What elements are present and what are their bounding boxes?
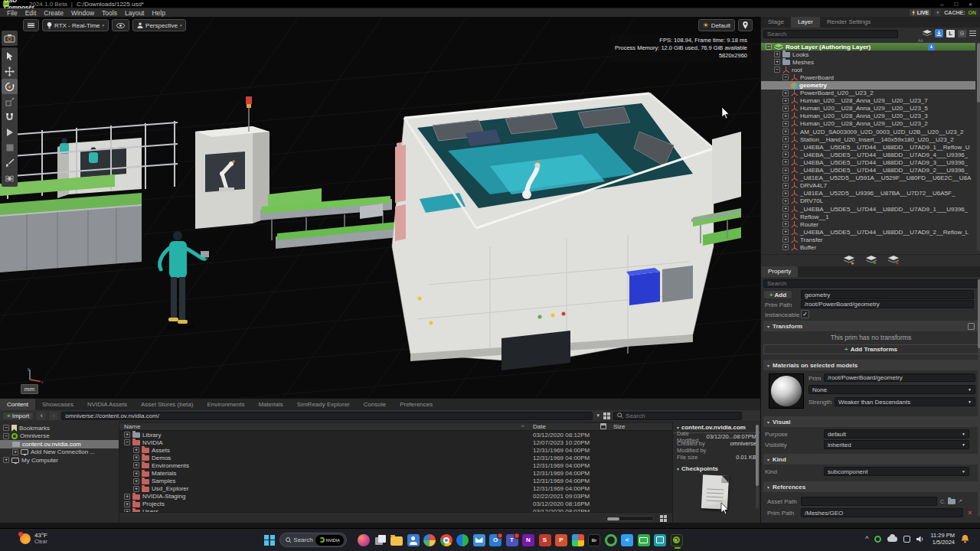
expand-toggle[interactable]: + [133,471,139,477]
layer-tree-item[interactable]: +Human_U20__U28_Anna_U29__U20__U23_2 [761,120,975,128]
forward-button[interactable]: › [49,412,58,420]
layer-menu-icon[interactable] [969,31,976,36]
slider-handle[interactable] [607,517,619,520]
content-search-input[interactable] [626,412,725,419]
move-tool[interactable] [2,64,18,79]
remove-reference-button[interactable]: × [968,509,972,517]
transform-section-header[interactable]: ▾Transform [763,321,978,331]
expand-toggle[interactable]: + [782,144,789,150]
checkpoints-section[interactable]: ▾Checkpoints [673,463,760,474]
tray-display-icon[interactable] [903,536,910,543]
expand-toggle[interactable]: − [766,44,772,50]
tab-content[interactable]: Content [0,399,35,410]
layer-tree-item[interactable]: +_U81EA__U52D5__U591A__U529F__U80FD__U6E… [761,174,975,182]
expand-toggle[interactable]: + [782,244,789,250]
add-property-button[interactable]: +Add [763,290,792,299]
expand-toggle[interactable]: + [782,121,789,127]
file-row[interactable]: +Usd_Explorer12/31/1969 04:00PM [119,485,672,493]
viewport-settings-button[interactable] [23,19,39,31]
live-sync-button[interactable]: LIVE [910,9,932,16]
notification-bell-icon[interactable] [961,534,969,543]
expand-toggle[interactable]: + [782,175,789,181]
remove-sublayer-button[interactable]: × [887,256,900,265]
purpose-dropdown[interactable]: default▼ [824,429,969,439]
asset-path-field[interactable] [801,497,937,506]
expand-toggle[interactable]: + [124,501,130,507]
sidebar-item-server-selected[interactable]: content.ov.nvidia.com [0,440,119,448]
taskbar-app-omniverse-active[interactable]: K [671,534,683,546]
expand-toggle[interactable]: + [782,229,789,235]
expand-toggle[interactable]: + [133,486,139,492]
menu-layout[interactable]: Layout [121,9,149,17]
sidebar-item-my-computer[interactable]: +My Computer [0,456,119,465]
expand-toggle[interactable]: − [3,433,9,439]
expand-toggle[interactable]: + [133,478,139,484]
taskbar-app-vscode[interactable]: < [621,534,633,546]
snap-tool[interactable] [2,109,18,125]
tab-asset-stores[interactable]: Asset Stores (beta) [134,399,200,410]
maximize-button[interactable]: □ [954,1,958,8]
expand-toggle[interactable]: + [782,168,789,174]
taskbar-clock[interactable]: 11:29 PM1/5/2024 [930,532,955,546]
visual-section-header[interactable]: ▾Visual [763,416,978,427]
thumbnail-zoom-slider[interactable] [605,516,654,521]
expand-toggle[interactable]: + [782,206,789,212]
expand-toggle[interactable]: + [133,462,139,468]
taskbar-app-openvpn[interactable] [605,534,617,546]
taskbar-app-chrome[interactable] [440,534,452,546]
layer-tree-item[interactable]: +Reflow__1 [761,213,975,220]
tab-materials[interactable]: Materials [251,399,289,410]
select-tool[interactable] [2,48,18,64]
tab-render-settings[interactable]: Render Settings [820,17,877,28]
taskbar-app-teams[interactable]: T [506,534,518,546]
taskbar-app-file-explorer[interactable] [390,536,403,546]
file-row[interactable]: +Library03/12/2020 08:12PM [119,431,672,439]
column-date[interactable]: Date [533,423,546,431]
expand-toggle[interactable]: + [133,455,139,461]
rotate-tool[interactable] [2,79,18,94]
expand-toggle[interactable]: + [782,90,789,96]
physics-tool[interactable] [2,171,18,186]
expand-toggle[interactable]: + [774,59,780,65]
layer-tree-item[interactable]: +_U4EBA__U5DE5__U7D44__U88DD__U7AD9_2__R… [761,228,975,236]
layer-tree-item[interactable]: +DRVA4L7 [761,182,975,190]
menu-window[interactable]: Window [67,9,98,17]
expand-toggle[interactable]: + [782,129,789,135]
sort-ascending-icon[interactable]: ^ [521,423,524,431]
expand-toggle[interactable]: + [782,159,789,165]
taskbar-app-steam[interactable]: S [539,534,551,546]
layer-tree-item[interactable]: +Station__Hand_U20_Insert__140x59x180_U2… [761,135,975,143]
waypoint-button[interactable] [738,19,753,31]
layer-tree-item[interactable]: +_U4EBA__U5DE5__U7D44__U88DD__U7AD9_4___… [761,151,975,158]
taskbar-app-task-view[interactable] [374,534,387,546]
materials-section-header[interactable]: ▾Materials on selected models [763,360,978,370]
expand-toggle[interactable]: + [782,113,789,119]
global-toggle-button[interactable]: G [958,30,966,37]
renderer-selector[interactable]: RTX - Real-Time ▾ [42,19,109,31]
tab-showcases[interactable]: Showcases [35,399,80,410]
expand-toggle[interactable]: + [12,449,18,455]
prim-path-field[interactable]: /root/PowerBoard/geometry [801,300,974,308]
tab-property[interactable]: Property [761,266,798,277]
expand-toggle[interactable]: − [774,67,780,73]
tab-environments[interactable]: Environments [200,399,251,410]
expand-toggle[interactable]: + [782,183,789,189]
play-button[interactable] [2,125,18,140]
taskbar-app-outlook[interactable]: O [489,534,501,546]
camera-tool-button[interactable] [2,31,18,46]
save-layers-button[interactable] [843,256,855,265]
layer-tree-item[interactable]: +PowerBoard_U20__U23_2 [761,90,975,97]
local-toggle-button[interactable]: L [946,30,955,37]
expand-toggle[interactable]: + [782,198,789,204]
taskbar-app-powerpoint[interactable]: P [555,534,567,546]
menu-file[interactable]: File [3,9,21,17]
layers-icon[interactable] [923,30,932,37]
view-mode-grid-icon[interactable] [603,412,610,419]
taskbar-app-photos[interactable] [572,534,584,546]
layer-tree-item[interactable]: +Human_U20__U28_Anna_U29__U20__U23_5 [761,105,975,112]
taskbar-app-pinwheel[interactable] [423,534,436,546]
expand-toggle[interactable]: − [3,425,9,431]
expand-toggle[interactable]: + [782,136,789,142]
viewport-3d-scene[interactable] [0,17,760,398]
file-row[interactable]: +Assets12/31/1969 04:00PM [119,446,672,454]
